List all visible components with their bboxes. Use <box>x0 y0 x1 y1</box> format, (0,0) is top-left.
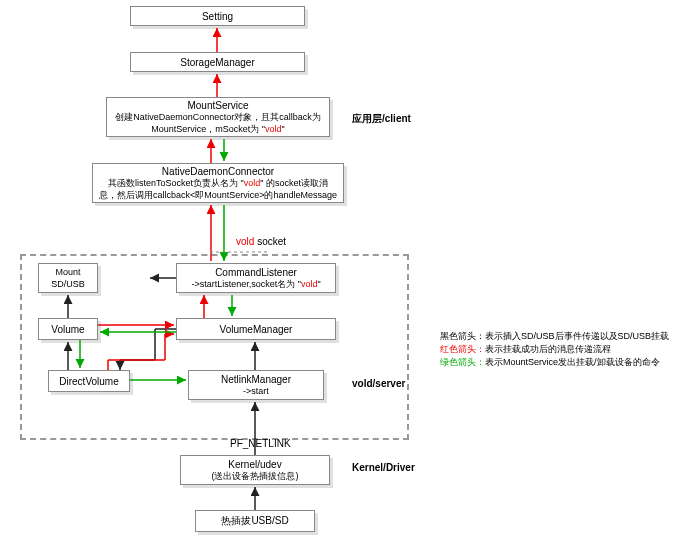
legend-black-val: 表示插入SD/USB后事件传递以及SD/USB挂载 <box>485 331 669 341</box>
node-netlink-manager-title: NetlinkManager <box>193 374 319 385</box>
node-mount-sd-usb-l2: SD/USB <box>43 278 93 290</box>
node-netlink-manager: NetlinkManager ->start <box>188 370 324 400</box>
legend-green-key: 绿色箭头： <box>440 357 485 367</box>
node-netlink-manager-sub: ->start <box>193 385 319 397</box>
node-mount-service-title: MountService <box>111 100 325 111</box>
legend: 黑色箭头：表示插入SD/USB后事件传递以及SD/USB挂载 红色箭头：表示挂载… <box>440 330 669 369</box>
node-mount-service-line2: MountService，mSocket为 "vold" <box>111 123 325 135</box>
node-ndc-title: NativeDaemonConnector <box>97 166 339 177</box>
node-setting: Setting <box>130 6 305 26</box>
legend-red-key: 红色箭头： <box>440 344 485 354</box>
node-volume-title: Volume <box>43 324 93 335</box>
node-hotplug-title: 热插拔USB/SD <box>200 514 310 528</box>
node-hotplug: 热插拔USB/SD <box>195 510 315 532</box>
legend-green-val: 表示MountService发出挂载/卸载设备的命令 <box>485 357 660 367</box>
node-volume: Volume <box>38 318 98 340</box>
node-mount-service-line1: 创建NativeDaemonConnector对象，且其callback为 <box>111 111 325 123</box>
legend-black-key: 黑色箭头： <box>440 331 485 341</box>
label-kernel-driver: Kernel/Driver <box>352 462 415 473</box>
label-vold-socket: vold socket <box>236 236 286 247</box>
node-mount-sd-usb-l1: Mount <box>43 266 93 278</box>
node-kernel: Kernel/udev (送出设备热插拔信息) <box>180 455 330 485</box>
node-volume-manager: VolumeManager <box>176 318 336 340</box>
node-command-listener-line: ->startListener,socket名为 "vold" <box>181 278 331 290</box>
node-command-listener: CommandListener ->startListener,socket名为… <box>176 263 336 293</box>
label-app-layer: 应用层/client <box>352 112 411 126</box>
node-volume-manager-title: VolumeManager <box>181 324 331 335</box>
label-vold-server: vold/server <box>352 378 405 389</box>
node-storage-manager-title: StorageManager <box>135 57 300 68</box>
node-setting-title: Setting <box>135 11 300 22</box>
node-kernel-sub: (送出设备热插拔信息) <box>185 470 325 482</box>
node-mount-sd-usb: Mount SD/USB <box>38 263 98 293</box>
node-direct-volume-title: DirectVolume <box>53 376 125 387</box>
node-ndc-line1: 其函数listenToSocket负责从名为 "vold" 的socket读取消 <box>97 177 339 189</box>
node-direct-volume: DirectVolume <box>48 370 130 392</box>
node-ndc-line2: 息，然后调用callcback<即MountService>的handleMes… <box>97 189 339 201</box>
node-kernel-title: Kernel/udev <box>185 459 325 470</box>
legend-red-val: 表示挂载成功后的消息传递流程 <box>485 344 611 354</box>
node-storage-manager: StorageManager <box>130 52 305 72</box>
label-pf-netlink: PF_NETLINK <box>230 438 291 449</box>
node-command-listener-title: CommandListener <box>181 267 331 278</box>
node-ndc: NativeDaemonConnector 其函数listenToSocket负… <box>92 163 344 203</box>
node-mount-service: MountService 创建NativeDaemonConnector对象，且… <box>106 97 330 137</box>
